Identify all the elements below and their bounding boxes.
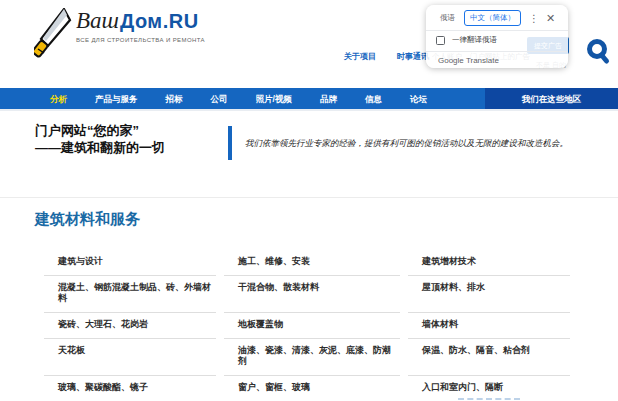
close-icon[interactable]: ✕ (546, 12, 555, 25)
catalog-item[interactable]: 窗户、窗框、玻璃 (224, 375, 400, 401)
popup-divider (426, 51, 568, 52)
catalog-item[interactable]: 油漆、瓷漆、清漆、灰泥、底漆、防潮剂 (224, 338, 400, 375)
nav-item[interactable]: 论坛 (396, 88, 441, 109)
catalog-item[interactable]: 施工、维修、安装 (224, 250, 400, 275)
logo-tagline: ВСЕ ДЛЯ СТРОИТЕЛЬСТВА И РЕМОНТА (76, 37, 205, 43)
nav: 分析产品与服务招标公司照片/视频品牌信息论坛我们在这些地区 (0, 88, 618, 111)
trowel-icon (34, 8, 72, 62)
always-translate-checkbox[interactable] (436, 36, 445, 45)
logo-text: Ваш Дом.RU ВСЕ ДЛЯ СТРОИТЕЛЬСТВА И РЕМОН… (76, 8, 205, 43)
catalog-item[interactable]: 墙体材料 (408, 312, 570, 338)
catalog-grid: 建筑与设计施工、维修、安装建筑增材技术混凝土、钢筋混凝土制品、砖、外墙材料干混合… (44, 250, 578, 401)
catalog-item[interactable]: 干混合物、散装材料 (224, 275, 400, 312)
header: Ваш Дом.RU ВСЕ ДЛЯ СТРОИТЕЛЬСТВА И РЕМОН… (0, 0, 618, 88)
always-translate-label: 一律翻译俄语 (452, 35, 497, 45)
nav-item[interactable]: 产品与服务 (81, 88, 152, 109)
catalog-item[interactable]: 瓷砖、大理石、花岗岩 (44, 312, 216, 338)
catalog-item[interactable]: 保温、防水、隔音、粘合剂 (408, 338, 570, 375)
page: Ваш Дом.RU ВСЕ ДЛЯ СТРОИТЕЛЬСТВА И РЕМОН… (0, 0, 618, 401)
nav-item[interactable]: 分析 (36, 88, 81, 109)
catalog-item[interactable]: 混凝土、钢筋混凝土制品、砖、外墙材料 (44, 275, 216, 312)
nav-item[interactable]: 招标 (152, 88, 197, 109)
hero-description-text: 我们依靠领先行业专家的经验，提供有利可图的促销活动以及无限的建设和改造机会。 (245, 137, 568, 149)
hero-description: 我们依靠领先行业专家的经验，提供有利可图的促销活动以及无限的建设和改造机会。 (228, 126, 588, 160)
page-title-line1: 门户网站“您的家” (35, 122, 165, 139)
header-link-about[interactable]: 关于项目 (344, 51, 376, 62)
page-title-line2: ——建筑和翻新的一切 (35, 139, 165, 156)
catalog-item[interactable]: 建筑增材技术 (408, 250, 570, 275)
section-divider (0, 197, 618, 198)
catalog-item[interactable]: 入口和室内门、隔断 (408, 375, 570, 401)
more-options-icon[interactable]: ⋮ (529, 13, 539, 24)
catalog-item[interactable]: 建筑与设计 (44, 250, 216, 275)
popup-divider (426, 30, 568, 31)
translate-tabs: 俄语 中文（简体） ⋮ ✕ (426, 9, 568, 27)
section-heading: 建筑材料和服务 (35, 210, 140, 229)
nav-item[interactable]: 照片/视频 (242, 88, 306, 109)
header-link-newsletter[interactable]: 时事通讯 (397, 51, 429, 62)
always-translate-row: 一律翻译俄语 (436, 35, 497, 45)
nav-item[interactable]: 公司 (197, 88, 242, 109)
tab-chinese-selected[interactable]: 中文（简体） (464, 10, 521, 26)
catalog-item[interactable]: 玻璃、聚碳酸酯、镜子 (44, 375, 216, 401)
logo-dom: Дом.RU (120, 10, 199, 33)
google-translate-brand: Google Translate (438, 56, 499, 65)
catalog-item[interactable]: 天花板 (44, 338, 216, 375)
nav-item[interactable]: 信息 (351, 88, 396, 109)
tab-russian[interactable]: 俄语 (440, 13, 455, 23)
nav-item[interactable]: 品牌 (306, 88, 351, 109)
site-logo[interactable]: Ваш Дом.RU ВСЕ ДЛЯ СТРОИТЕЛЬСТВА И РЕМОН… (34, 8, 205, 62)
google-translate-popup: 俄语 中文（简体） ⋮ ✕ 一律翻译俄语 Google Translate (426, 5, 568, 68)
catalog-item[interactable]: 屋顶材料、排水 (408, 275, 570, 312)
catalog-item[interactable]: 地板覆盖物 (224, 312, 400, 338)
logo-vash: Ваш (76, 8, 119, 34)
search-icon[interactable] (586, 38, 611, 69)
page-title: 门户网站“您的家” ——建筑和翻新的一切 (35, 122, 165, 156)
nav-item[interactable]: 我们在这些地区 (485, 88, 618, 109)
